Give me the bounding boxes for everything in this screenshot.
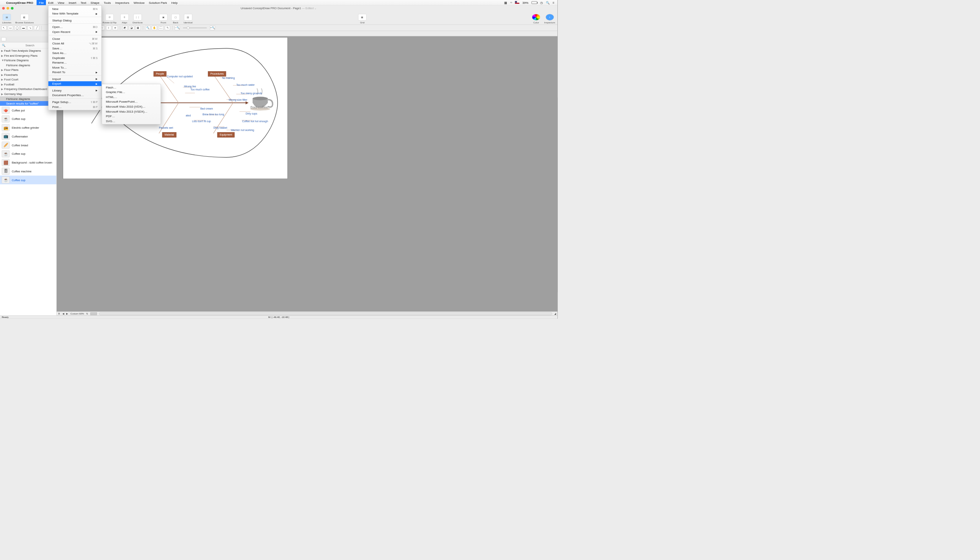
menu-item[interactable]: Save As… bbox=[48, 50, 101, 55]
pointer-tool[interactable]: ↖ bbox=[1, 26, 7, 30]
menu-item[interactable]: Microsoft Visio 2010 (VDX)… bbox=[102, 104, 161, 109]
menu-text[interactable]: Text bbox=[78, 0, 88, 5]
distribute-v[interactable]: ≋ bbox=[113, 26, 118, 30]
menu-tools[interactable]: Tools bbox=[101, 0, 113, 5]
inspectors-button[interactable]: iInspectors bbox=[544, 14, 555, 24]
menu-item[interactable]: Graphic File… bbox=[102, 90, 161, 95]
menu-item[interactable]: Print…⌘P bbox=[48, 104, 101, 109]
front-button[interactable]: ▣Front bbox=[159, 14, 168, 24]
arrange-2[interactable]: ◪ bbox=[129, 26, 135, 30]
menu-help[interactable]: Help bbox=[169, 0, 180, 5]
spotlight-icon[interactable]: 🔍 bbox=[546, 1, 550, 4]
ellipse-tool[interactable]: ◯ bbox=[15, 26, 20, 30]
zoom-window-button[interactable] bbox=[11, 7, 13, 10]
wifi-icon[interactable]: ⌔ bbox=[510, 1, 512, 4]
h-scrollbar[interactable] bbox=[99, 312, 552, 315]
menu-item[interactable]: Move To… bbox=[48, 65, 101, 70]
menu-item[interactable]: Export▶ bbox=[48, 81, 101, 86]
align-button[interactable]: ≡Align bbox=[120, 14, 129, 24]
menu-item[interactable]: Duplicate⇧⌘S bbox=[48, 55, 101, 60]
line-tool[interactable]: ╱ bbox=[34, 26, 40, 30]
menu-item[interactable]: Library▶ bbox=[48, 88, 101, 93]
menu-inspectors[interactable]: Inspectors bbox=[113, 0, 131, 5]
resize-grip-icon[interactable]: ◢ bbox=[554, 312, 556, 315]
menu-item[interactable]: SVG… bbox=[102, 118, 161, 123]
distribute-button[interactable]: ⋮⋮Distribute bbox=[133, 14, 143, 24]
file-menu[interactable]: New⌘NNew With Template▶Startup DialogOpe… bbox=[48, 5, 102, 110]
menu-shape[interactable]: Shape bbox=[88, 0, 101, 5]
menu-item[interactable]: Microsoft PowerPoint… bbox=[102, 99, 161, 104]
menu-solution-park[interactable]: Solution Park bbox=[147, 0, 169, 5]
prev-page-button[interactable]: ◀ bbox=[62, 312, 64, 315]
menu-item[interactable]: Flash… bbox=[102, 85, 161, 90]
rotate-flip-button[interactable]: ⟳Rotate & Flip bbox=[103, 14, 116, 24]
menu-item[interactable]: Startup Dialog bbox=[48, 18, 101, 23]
library-item[interactable]: ☕Coffee cup bbox=[0, 175, 56, 184]
chevron-down-icon[interactable]: ⌄ bbox=[314, 7, 317, 10]
next-page-button[interactable]: ▶ bbox=[66, 312, 68, 315]
app-name[interactable]: ConceptDraw PRO bbox=[6, 1, 33, 4]
menu-icon[interactable]: ≡ bbox=[553, 1, 555, 4]
libraries-button[interactable]: ▤Libraries bbox=[2, 14, 12, 24]
menu-item[interactable]: Open Recent▶ bbox=[48, 30, 101, 35]
menu-view[interactable]: View bbox=[55, 0, 66, 5]
library-item[interactable]: ☕Coffee cup bbox=[0, 115, 56, 123]
identical-button[interactable]: ▥Identical bbox=[184, 14, 193, 24]
library-item[interactable]: 📺Coffeemaker bbox=[0, 132, 56, 141]
color-button[interactable]: Color bbox=[532, 14, 540, 24]
pan-tool[interactable]: ✋ bbox=[151, 26, 157, 30]
grid-icon[interactable]: ▦ bbox=[504, 1, 507, 4]
sidebar-mode-a[interactable] bbox=[1, 37, 6, 41]
zoom-out-button[interactable]: −🔍 bbox=[174, 26, 180, 30]
page-tabs-icon[interactable] bbox=[90, 312, 97, 315]
export-submenu[interactable]: Flash…Graphic File…HTML…Microsoft PowerP… bbox=[102, 84, 161, 125]
arrange-1[interactable]: ◩ bbox=[123, 26, 128, 30]
canvas[interactable]: People Procedures Material Equipment Com… bbox=[56, 36, 557, 315]
menu-item[interactable]: HTML… bbox=[102, 95, 161, 100]
menu-item[interactable]: Rename… bbox=[48, 60, 101, 65]
library-item[interactable]: 🗄Coffee machine bbox=[0, 167, 56, 176]
distribute-h[interactable]: ⫴ bbox=[106, 26, 111, 30]
menu-item[interactable]: PDF… bbox=[102, 114, 161, 119]
library-items[interactable]: 🫖Coffee pot☕Coffee cup📻Electric coffee g… bbox=[0, 106, 56, 315]
menu-item[interactable]: Close All⌥⌘W bbox=[48, 41, 101, 46]
library-item[interactable]: 📻Electric coffee grinder bbox=[0, 123, 56, 132]
zoom-in-button[interactable]: +🔍 bbox=[210, 26, 215, 30]
menu-file[interactable]: File bbox=[37, 0, 46, 5]
library-item[interactable]: 🟫Background - solid coffee brown bbox=[0, 158, 56, 167]
document-title[interactable]: Unsaved ConceptDraw PRO Document - Page1… bbox=[241, 7, 317, 10]
library-item[interactable]: ☕Coffee cup bbox=[0, 149, 56, 158]
battery-icon[interactable] bbox=[532, 1, 537, 4]
pause-icon[interactable]: ⏸ bbox=[58, 312, 60, 315]
menu-item[interactable]: Import▶ bbox=[48, 77, 101, 82]
zoom-readout[interactable]: Custom 60% bbox=[70, 312, 84, 315]
menu-edit[interactable]: Edit bbox=[46, 0, 55, 5]
menu-item[interactable]: Save…⌘S bbox=[48, 46, 101, 50]
crop-tool[interactable]: ⛶ bbox=[158, 26, 164, 30]
menu-item[interactable]: Microsoft Visio 2013 (VSDX)… bbox=[102, 109, 161, 114]
clock-icon[interactable]: ◷ bbox=[540, 1, 543, 4]
grid-button[interactable]: ▦Grid bbox=[358, 14, 367, 24]
search-input[interactable] bbox=[5, 44, 55, 47]
back-button[interactable]: ▢Back bbox=[171, 14, 180, 24]
menu-item[interactable]: Open…⌘O bbox=[48, 25, 101, 30]
zoom-tool[interactable]: 🔍 bbox=[145, 26, 150, 30]
menu-window[interactable]: Window bbox=[131, 0, 147, 5]
browse-solutions-button[interactable]: ◧Browse Solutions bbox=[15, 14, 34, 24]
eyedropper-tool[interactable]: ✎ bbox=[165, 26, 170, 30]
menu-item[interactable]: Revert To▶ bbox=[48, 70, 101, 75]
rect-tool[interactable]: ▭ bbox=[8, 26, 13, 30]
menu-insert[interactable]: Insert bbox=[66, 0, 78, 5]
us-flag-icon[interactable] bbox=[515, 1, 519, 4]
menu-item[interactable]: Close⌘W bbox=[48, 36, 101, 41]
menu-item[interactable]: Page Setup…⇧⌘P bbox=[48, 100, 101, 105]
connector-tool[interactable]: ↘ bbox=[28, 26, 33, 30]
library-item[interactable]: 🥖Coffee bread bbox=[0, 140, 56, 149]
text-tool[interactable]: ▬ bbox=[21, 26, 27, 30]
minimize-window-button[interactable] bbox=[7, 7, 9, 10]
zoom-slider[interactable] bbox=[183, 27, 207, 28]
close-window-button[interactable] bbox=[2, 7, 5, 10]
menu-item[interactable]: New⌘N bbox=[48, 6, 101, 11]
menu-item[interactable]: Document Properties… bbox=[48, 93, 101, 98]
menu-item[interactable]: New With Template▶ bbox=[48, 11, 101, 16]
